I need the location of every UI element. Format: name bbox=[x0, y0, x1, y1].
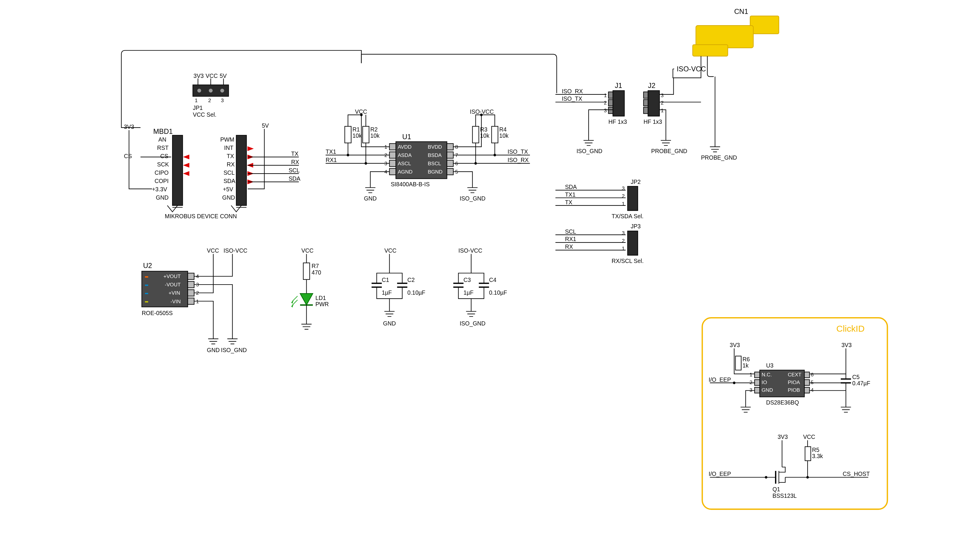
svg-text:BSDA: BSDA bbox=[428, 152, 442, 158]
svg-marker-158 bbox=[300, 293, 313, 305]
svg-text:CIPO: CIPO bbox=[154, 169, 169, 176]
svg-text:ROE-0505S: ROE-0505S bbox=[142, 310, 173, 316]
svg-rect-78 bbox=[447, 152, 453, 158]
svg-rect-133 bbox=[188, 273, 194, 280]
net-cs: CS bbox=[124, 153, 132, 159]
j2-label: HF 1x3 bbox=[643, 118, 662, 125]
svg-text:GND: GND bbox=[383, 320, 396, 327]
svg-text:RX1: RX1 bbox=[565, 236, 576, 242]
svg-point-111 bbox=[493, 154, 496, 156]
svg-text:3: 3 bbox=[604, 108, 607, 113]
svg-rect-94 bbox=[363, 126, 369, 143]
svg-text:VCC: VCC bbox=[803, 434, 815, 440]
component-q1: Q1 BSS123L bbox=[765, 467, 809, 499]
svg-rect-13 bbox=[608, 92, 613, 98]
svg-text:ASDA: ASDA bbox=[398, 152, 412, 158]
svg-text:10k: 10k bbox=[499, 132, 509, 139]
svg-text:SCL: SCL bbox=[223, 169, 235, 176]
svg-rect-206 bbox=[736, 356, 741, 370]
svg-text:TX: TX bbox=[291, 150, 299, 157]
net-iso-tx-j1: ISO_TX bbox=[562, 95, 582, 102]
svg-text:GND: GND bbox=[762, 387, 773, 393]
mbd1-label: MIKROBUS DEVICE CONN bbox=[165, 213, 237, 219]
svg-text:PWR: PWR bbox=[315, 301, 329, 307]
svg-text:PROBE_GND: PROBE_GND bbox=[701, 154, 737, 161]
svg-text:VCC: VCC bbox=[207, 247, 219, 254]
svg-text:TX: TX bbox=[565, 199, 572, 205]
svg-text:SDA: SDA bbox=[288, 175, 301, 182]
svg-text:1: 1 bbox=[604, 92, 607, 98]
svg-text:2: 2 bbox=[749, 379, 752, 385]
svg-text:RX/SCL Sel.: RX/SCL Sel. bbox=[611, 258, 643, 264]
probe-gnd-1: PROBE_GND bbox=[651, 140, 687, 154]
svg-text:BSS123L: BSS123L bbox=[772, 493, 797, 499]
svg-text:CS_HOST: CS_HOST bbox=[843, 471, 870, 477]
svg-marker-50 bbox=[184, 172, 189, 176]
svg-text:SCL: SCL bbox=[565, 228, 576, 235]
svg-rect-136 bbox=[188, 282, 194, 288]
svg-text:3V3: 3V3 bbox=[730, 342, 740, 348]
svg-text:5: 5 bbox=[811, 379, 814, 385]
svg-rect-2 bbox=[693, 45, 728, 56]
svg-text:AGND: AGND bbox=[398, 169, 413, 175]
svg-text:3: 3 bbox=[661, 92, 663, 98]
svg-text:R5: R5 bbox=[812, 447, 819, 453]
svg-rect-72 bbox=[390, 169, 396, 175]
svg-marker-51 bbox=[248, 147, 253, 151]
svg-text:ISO_RX: ISO_RX bbox=[508, 157, 528, 164]
svg-rect-15 bbox=[608, 107, 613, 114]
svg-point-25 bbox=[209, 89, 213, 93]
svg-text:3: 3 bbox=[622, 185, 625, 191]
component-r2: R2 10k bbox=[363, 115, 380, 164]
svg-rect-104 bbox=[473, 126, 479, 143]
svg-text:1µF: 1µF bbox=[464, 289, 474, 296]
svg-text:3: 3 bbox=[749, 387, 752, 393]
component-jp1: 3V3 VCC 5V 1 2 3 JP1 VCC Sel. bbox=[193, 73, 229, 118]
svg-text:RX: RX bbox=[565, 243, 573, 250]
svg-text:VCC: VCC bbox=[205, 73, 218, 79]
svg-text:+5V: +5V bbox=[223, 186, 233, 192]
jp1-ref: JP1 bbox=[193, 105, 203, 111]
svg-text:GND: GND bbox=[364, 195, 377, 202]
svg-text:VCC: VCC bbox=[384, 247, 396, 254]
net-iso-rx-j1: ISO_RX bbox=[562, 88, 583, 95]
svg-text:6: 6 bbox=[811, 372, 814, 378]
svg-text:0.10µF: 0.10µF bbox=[407, 289, 425, 296]
component-j1: J1 1 2 3 HF 1x3 bbox=[604, 82, 627, 125]
net-iso-vcc-cn1: ISO-VCC bbox=[677, 65, 706, 73]
component-mbd1: MBD1 AN RST CS SCK CIPO COPI +3.3V GND P… bbox=[152, 128, 253, 219]
svg-point-99 bbox=[360, 114, 363, 116]
svg-text:1: 1 bbox=[622, 245, 625, 251]
svg-text:GND: GND bbox=[207, 347, 220, 353]
svg-point-112 bbox=[480, 114, 483, 116]
svg-text:R6: R6 bbox=[742, 356, 750, 363]
svg-text:JP3: JP3 bbox=[631, 223, 641, 229]
svg-text:ISO_TX: ISO_TX bbox=[508, 148, 528, 155]
svg-text:TX/SDA Sel.: TX/SDA Sel. bbox=[611, 213, 643, 219]
svg-text:1µF: 1µF bbox=[382, 289, 392, 296]
component-ld1: LD1 PWR bbox=[291, 293, 329, 329]
svg-text:DS28E36BQ: DS28E36BQ bbox=[766, 399, 799, 406]
svg-rect-30 bbox=[172, 135, 183, 205]
svg-text:3V3: 3V3 bbox=[778, 434, 788, 440]
svg-text:3: 3 bbox=[221, 97, 224, 103]
svg-text:10k: 10k bbox=[353, 132, 362, 139]
svg-text:10k: 10k bbox=[480, 132, 490, 139]
svg-text:RX1: RX1 bbox=[326, 157, 337, 163]
svg-text:C4: C4 bbox=[489, 277, 496, 283]
svg-text:5V: 5V bbox=[262, 122, 269, 129]
svg-text:3V3: 3V3 bbox=[194, 73, 204, 79]
svg-rect-12 bbox=[613, 91, 625, 116]
svg-text:COPI: COPI bbox=[154, 178, 169, 184]
svg-text:-VIN: -VIN bbox=[171, 299, 181, 304]
svg-text:BSCL: BSCL bbox=[428, 161, 441, 166]
svg-rect-5 bbox=[643, 92, 648, 98]
svg-text:0.47µF: 0.47µF bbox=[852, 380, 870, 386]
svg-text:RX: RX bbox=[227, 161, 235, 168]
svg-text:5V: 5V bbox=[220, 73, 227, 79]
svg-text:C3: C3 bbox=[464, 277, 471, 283]
svg-point-24 bbox=[197, 89, 201, 93]
svg-rect-31 bbox=[236, 135, 246, 205]
svg-text:1: 1 bbox=[661, 108, 663, 113]
svg-text:2: 2 bbox=[604, 100, 607, 106]
